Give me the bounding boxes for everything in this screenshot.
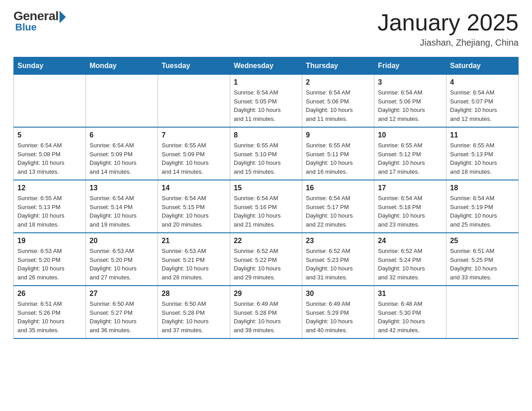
calendar-cell: 5Sunrise: 6:54 AM Sunset: 5:08 PM Daylig… xyxy=(14,127,86,180)
day-info: Sunrise: 6:55 AM Sunset: 5:11 PM Dayligh… xyxy=(306,141,370,176)
day-number: 17 xyxy=(378,184,442,192)
day-info: Sunrise: 6:53 AM Sunset: 5:20 PM Dayligh… xyxy=(90,247,154,282)
calendar-cell: 15Sunrise: 6:54 AM Sunset: 5:16 PM Dayli… xyxy=(230,180,302,233)
logo-blue-text: Blue xyxy=(13,21,37,33)
day-info: Sunrise: 6:54 AM Sunset: 5:16 PM Dayligh… xyxy=(234,194,298,229)
day-of-week-header: Thursday xyxy=(302,57,374,75)
day-number: 6 xyxy=(90,131,154,139)
day-number: 24 xyxy=(378,237,442,245)
calendar-week-row: 1Sunrise: 6:54 AM Sunset: 5:05 PM Daylig… xyxy=(14,75,519,128)
day-of-week-header: Tuesday xyxy=(158,57,230,75)
day-info: Sunrise: 6:55 AM Sunset: 5:13 PM Dayligh… xyxy=(450,141,515,176)
day-info: Sunrise: 6:51 AM Sunset: 5:25 PM Dayligh… xyxy=(450,247,515,282)
day-number: 16 xyxy=(306,184,370,192)
day-info: Sunrise: 6:54 AM Sunset: 5:18 PM Dayligh… xyxy=(378,194,442,229)
day-number: 19 xyxy=(17,237,82,245)
day-info: Sunrise: 6:48 AM Sunset: 5:30 PM Dayligh… xyxy=(378,300,442,334)
logo-triangle-icon xyxy=(60,11,66,23)
calendar-cell: 7Sunrise: 6:55 AM Sunset: 5:09 PM Daylig… xyxy=(158,127,230,180)
calendar-cell: 29Sunrise: 6:49 AM Sunset: 5:28 PM Dayli… xyxy=(230,286,302,338)
title-section: January 2025 Jiashan, Zhejiang, China xyxy=(378,9,519,48)
day-info: Sunrise: 6:54 AM Sunset: 5:15 PM Dayligh… xyxy=(162,194,226,229)
day-info: Sunrise: 6:53 AM Sunset: 5:20 PM Dayligh… xyxy=(17,247,82,282)
calendar-cell: 2Sunrise: 6:54 AM Sunset: 5:06 PM Daylig… xyxy=(302,75,374,128)
day-number: 26 xyxy=(17,290,82,298)
day-number: 14 xyxy=(162,184,226,192)
day-number: 23 xyxy=(306,237,370,245)
day-info: Sunrise: 6:54 AM Sunset: 5:08 PM Dayligh… xyxy=(17,141,82,176)
calendar-cell: 18Sunrise: 6:54 AM Sunset: 5:19 PM Dayli… xyxy=(446,180,519,233)
calendar-week-row: 26Sunrise: 6:51 AM Sunset: 5:26 PM Dayli… xyxy=(14,286,519,338)
day-info: Sunrise: 6:55 AM Sunset: 5:13 PM Dayligh… xyxy=(17,194,82,229)
day-number: 29 xyxy=(234,290,298,298)
calendar-cell: 8Sunrise: 6:55 AM Sunset: 5:10 PM Daylig… xyxy=(230,127,302,180)
day-number: 22 xyxy=(234,237,298,245)
calendar-cell xyxy=(86,75,158,128)
day-number: 28 xyxy=(162,290,226,298)
calendar-cell: 26Sunrise: 6:51 AM Sunset: 5:26 PM Dayli… xyxy=(14,286,86,338)
calendar-table: SundayMondayTuesdayWednesdayThursdayFrid… xyxy=(13,57,519,339)
day-number: 5 xyxy=(17,131,82,139)
calendar-cell: 13Sunrise: 6:54 AM Sunset: 5:14 PM Dayli… xyxy=(86,180,158,233)
day-info: Sunrise: 6:54 AM Sunset: 5:05 PM Dayligh… xyxy=(234,88,298,123)
calendar-header: SundayMondayTuesdayWednesdayThursdayFrid… xyxy=(14,57,519,75)
day-info: Sunrise: 6:49 AM Sunset: 5:29 PM Dayligh… xyxy=(306,300,370,334)
calendar-cell: 27Sunrise: 6:50 AM Sunset: 5:27 PM Dayli… xyxy=(86,286,158,338)
day-number: 8 xyxy=(234,131,298,139)
day-number: 30 xyxy=(306,290,370,298)
day-info: Sunrise: 6:55 AM Sunset: 5:09 PM Dayligh… xyxy=(162,141,226,176)
calendar-body: 1Sunrise: 6:54 AM Sunset: 5:05 PM Daylig… xyxy=(14,75,519,339)
day-info: Sunrise: 6:54 AM Sunset: 5:19 PM Dayligh… xyxy=(450,194,515,229)
day-info: Sunrise: 6:54 AM Sunset: 5:06 PM Dayligh… xyxy=(306,88,370,123)
day-number: 27 xyxy=(90,290,154,298)
calendar-cell: 10Sunrise: 6:55 AM Sunset: 5:12 PM Dayli… xyxy=(374,127,446,180)
calendar-cell xyxy=(158,75,230,128)
calendar-cell: 9Sunrise: 6:55 AM Sunset: 5:11 PM Daylig… xyxy=(302,127,374,180)
calendar-week-row: 5Sunrise: 6:54 AM Sunset: 5:08 PM Daylig… xyxy=(14,127,519,180)
calendar-cell: 14Sunrise: 6:54 AM Sunset: 5:15 PM Dayli… xyxy=(158,180,230,233)
calendar-cell: 17Sunrise: 6:54 AM Sunset: 5:18 PM Dayli… xyxy=(374,180,446,233)
calendar-week-row: 19Sunrise: 6:53 AM Sunset: 5:20 PM Dayli… xyxy=(14,233,519,286)
day-number: 2 xyxy=(306,78,370,86)
calendar-week-row: 12Sunrise: 6:55 AM Sunset: 5:13 PM Dayli… xyxy=(14,180,519,233)
day-info: Sunrise: 6:54 AM Sunset: 5:17 PM Dayligh… xyxy=(306,194,370,229)
calendar-cell: 19Sunrise: 6:53 AM Sunset: 5:20 PM Dayli… xyxy=(14,233,86,286)
calendar-cell: 24Sunrise: 6:52 AM Sunset: 5:24 PM Dayli… xyxy=(374,233,446,286)
page-header: General Blue January 2025 Jiashan, Zheji… xyxy=(13,9,519,48)
calendar-cell: 30Sunrise: 6:49 AM Sunset: 5:29 PM Dayli… xyxy=(302,286,374,338)
day-number: 12 xyxy=(17,184,82,192)
day-number: 9 xyxy=(306,131,370,139)
calendar-cell: 3Sunrise: 6:54 AM Sunset: 5:06 PM Daylig… xyxy=(374,75,446,128)
day-of-week-header: Monday xyxy=(86,57,158,75)
day-number: 3 xyxy=(378,78,442,86)
day-info: Sunrise: 6:55 AM Sunset: 5:12 PM Dayligh… xyxy=(378,141,442,176)
day-info: Sunrise: 6:54 AM Sunset: 5:07 PM Dayligh… xyxy=(450,88,515,123)
day-of-week-header: Sunday xyxy=(14,57,86,75)
day-number: 20 xyxy=(90,237,154,245)
day-number: 21 xyxy=(162,237,226,245)
calendar-cell: 31Sunrise: 6:48 AM Sunset: 5:30 PM Dayli… xyxy=(374,286,446,338)
day-number: 7 xyxy=(162,131,226,139)
calendar-cell: 11Sunrise: 6:55 AM Sunset: 5:13 PM Dayli… xyxy=(446,127,519,180)
day-info: Sunrise: 6:53 AM Sunset: 5:21 PM Dayligh… xyxy=(162,247,226,282)
calendar-cell xyxy=(446,286,519,338)
day-number: 4 xyxy=(450,78,515,86)
day-of-week-header: Saturday xyxy=(446,57,519,75)
day-info: Sunrise: 6:52 AM Sunset: 5:24 PM Dayligh… xyxy=(378,247,442,282)
day-info: Sunrise: 6:54 AM Sunset: 5:09 PM Dayligh… xyxy=(90,141,154,176)
logo: General Blue xyxy=(13,9,66,33)
calendar-cell: 28Sunrise: 6:50 AM Sunset: 5:28 PM Dayli… xyxy=(158,286,230,338)
day-number: 15 xyxy=(234,184,298,192)
day-info: Sunrise: 6:52 AM Sunset: 5:23 PM Dayligh… xyxy=(306,247,370,282)
day-info: Sunrise: 6:52 AM Sunset: 5:22 PM Dayligh… xyxy=(234,247,298,282)
calendar-cell: 6Sunrise: 6:54 AM Sunset: 5:09 PM Daylig… xyxy=(86,127,158,180)
calendar-cell: 20Sunrise: 6:53 AM Sunset: 5:20 PM Dayli… xyxy=(86,233,158,286)
day-number: 1 xyxy=(234,78,298,86)
month-title: January 2025 xyxy=(378,9,519,36)
day-number: 18 xyxy=(450,184,515,192)
day-info: Sunrise: 6:54 AM Sunset: 5:14 PM Dayligh… xyxy=(90,194,154,229)
calendar-cell: 16Sunrise: 6:54 AM Sunset: 5:17 PM Dayli… xyxy=(302,180,374,233)
calendar-cell: 21Sunrise: 6:53 AM Sunset: 5:21 PM Dayli… xyxy=(158,233,230,286)
days-of-week-row: SundayMondayTuesdayWednesdayThursdayFrid… xyxy=(14,57,519,75)
day-number: 31 xyxy=(378,290,442,298)
